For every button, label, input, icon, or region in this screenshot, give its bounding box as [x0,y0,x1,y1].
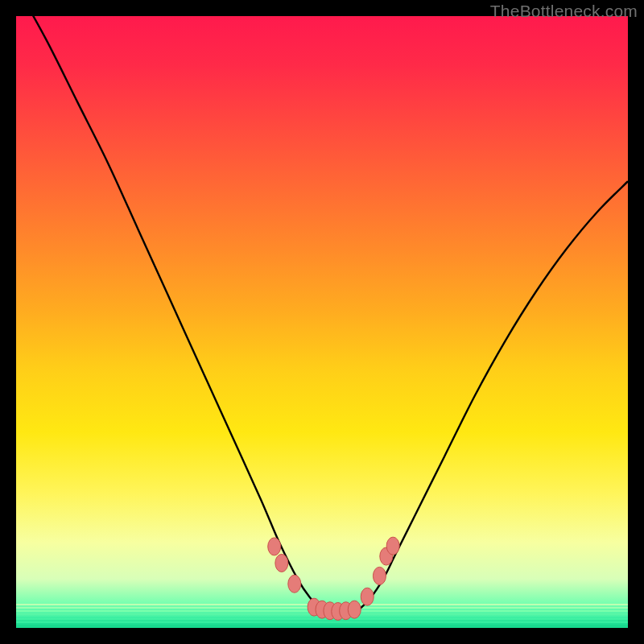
curve-marker [380,547,393,565]
curve-marker [275,554,288,572]
bottleneck-curve [16,16,628,617]
gradient-stripes [16,604,628,628]
curve-marker [361,588,374,605]
curve-marker [324,602,336,620]
curve-marker [268,538,281,555]
curve-marker [332,602,345,620]
curve-marker [386,537,399,555]
curve-marker [308,598,320,616]
chart-frame: TheBottleneck.com [0,0,644,644]
watermark-text: TheBottleneck.com [490,2,638,21]
curve-marker [340,602,353,620]
bottleneck-curve-svg [16,16,628,628]
curve-marker [348,601,361,618]
plot-area [16,16,628,628]
curve-marker [288,575,301,592]
curve-marker [316,601,328,618]
curve-marker [373,567,386,584]
curve-markers [268,537,399,620]
